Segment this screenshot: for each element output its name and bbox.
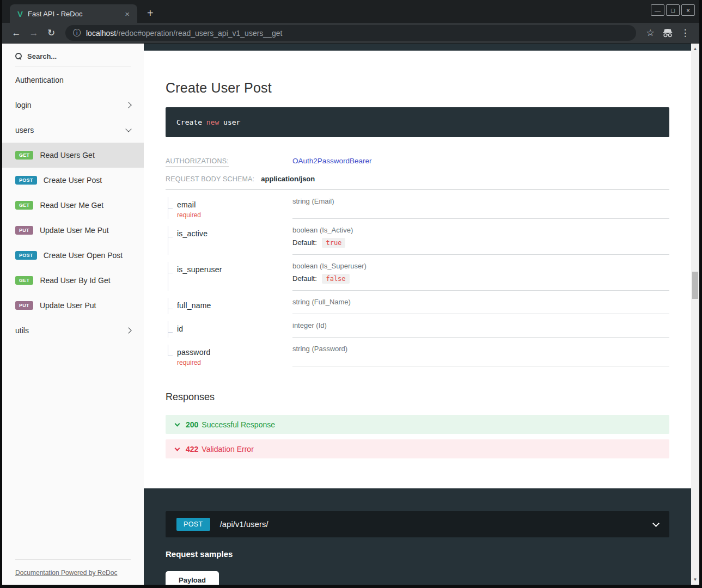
minimize-button[interactable]: — bbox=[651, 4, 664, 16]
field-type: string (Email) bbox=[292, 197, 669, 205]
field-detail-cell: boolean (Is_Active) Default: true bbox=[292, 219, 669, 255]
field-name: full_name bbox=[177, 301, 211, 310]
forward-icon[interactable]: → bbox=[25, 28, 42, 39]
method-badge: POST bbox=[15, 251, 37, 260]
schema-field-row: id integer (Id) bbox=[166, 314, 669, 338]
redoc-footer-link[interactable]: Documentation Powered by ReDoc bbox=[15, 569, 117, 577]
scrollbar-thumb[interactable] bbox=[692, 272, 698, 299]
oauth-link[interactable]: OAuth2PasswordBearer bbox=[292, 157, 372, 165]
code-text: Create bbox=[176, 118, 206, 126]
endpoint-dropdown[interactable]: POST /api/v1/users/ bbox=[166, 511, 669, 537]
field-detail-cell: string (Email) bbox=[292, 190, 669, 219]
code-text: user bbox=[219, 118, 240, 126]
search-row bbox=[2, 44, 144, 64]
field-type: boolean (Is_Superuser) bbox=[292, 262, 669, 270]
sidebar-item[interactable]: GET Read Users Get bbox=[2, 143, 144, 168]
request-samples-title: Request samples bbox=[166, 549, 669, 559]
page: Authentication login users bbox=[2, 44, 699, 585]
method-badge: PUT bbox=[15, 301, 33, 310]
field-name-cell: is_superuser bbox=[166, 255, 292, 291]
authorizations-label: AUTHORIZATIONS: bbox=[166, 157, 292, 165]
menu-dots-icon[interactable]: ⋮ bbox=[676, 27, 694, 39]
search-divider bbox=[15, 66, 131, 66]
sidebar-item-label: Create User Post bbox=[44, 176, 133, 185]
sidebar-item[interactable]: GET Read User By Id Get bbox=[2, 268, 144, 293]
sidebar-item-label: login bbox=[15, 101, 126, 109]
sidebar-item-label: Update User Put bbox=[40, 301, 133, 310]
tab-payload[interactable]: Payload bbox=[166, 571, 219, 585]
content-spacer bbox=[166, 464, 669, 488]
page-scrollbar[interactable]: ▲ ▼ bbox=[691, 44, 699, 585]
schema-field-row: full_name string (Full_Name) bbox=[166, 291, 669, 314]
address-bar[interactable]: ⓘ localhost /redoc#operation/read_users_… bbox=[65, 25, 636, 41]
search-input[interactable] bbox=[27, 52, 131, 60]
sidebar-nav: Authentication login users bbox=[2, 68, 144, 555]
sidebar-item[interactable]: PUT Update User Put bbox=[2, 293, 144, 318]
main-content: Create User Post Create new user AUTHORI… bbox=[144, 44, 691, 585]
operation-title: Create User Post bbox=[166, 80, 669, 96]
incognito-icon bbox=[659, 27, 676, 39]
response-code: 200 bbox=[186, 420, 198, 429]
maximize-button[interactable]: □ bbox=[666, 4, 680, 16]
schema-field-row: email required string (Email) bbox=[166, 190, 669, 219]
site-info-icon[interactable]: ⓘ bbox=[73, 28, 81, 38]
previous-section-panel bbox=[144, 44, 691, 51]
method-badge: GET bbox=[15, 201, 33, 210]
method-badge: PUT bbox=[15, 226, 33, 235]
sidebar-item-label: Authentication bbox=[15, 76, 133, 84]
field-required-flag: required bbox=[177, 359, 211, 366]
default-label: Default: bbox=[292, 274, 317, 283]
response-label: Validation Error bbox=[202, 445, 253, 454]
sidebar-item-label: Read Users Get bbox=[40, 151, 133, 160]
close-button[interactable]: × bbox=[681, 4, 695, 16]
sidebar-item[interactable]: Authentication bbox=[2, 68, 144, 93]
tree-connector bbox=[166, 197, 177, 219]
browser-toolbar: ← → ↻ ⓘ localhost /redoc#operation/read_… bbox=[2, 23, 699, 44]
search-icon bbox=[15, 53, 22, 60]
field-name: is_superuser bbox=[177, 265, 222, 274]
schema-field-row: is_superuser boolean (Is_Superuser) Defa… bbox=[166, 255, 669, 291]
tree-connector bbox=[166, 321, 177, 338]
tab-close-icon[interactable]: × bbox=[123, 9, 132, 19]
response-row[interactable]: 200 Successful Response bbox=[166, 415, 669, 434]
field-name: password bbox=[177, 348, 211, 357]
browser-tab[interactable]: V Fast API - ReDoc × bbox=[10, 4, 137, 23]
field-detail-cell: string (Full_Name) bbox=[292, 291, 669, 314]
response-code: 422 bbox=[186, 445, 198, 454]
response-row[interactable]: 422 Validation Error bbox=[166, 439, 669, 458]
method-badge: GET bbox=[15, 151, 33, 160]
bookmark-star-icon[interactable]: ☆ bbox=[642, 27, 659, 39]
request-body-row: REQUEST BODY SCHEMA: application/json bbox=[166, 175, 669, 183]
chevron-icon bbox=[125, 102, 131, 108]
sidebar-item[interactable]: GET Read User Me Get bbox=[2, 193, 144, 218]
method-badge: GET bbox=[15, 276, 33, 285]
sidebar-item-label: Read User By Id Get bbox=[40, 276, 133, 285]
sidebar-item-label: users bbox=[15, 126, 126, 134]
sidebar-item[interactable]: PUT Update User Me Put bbox=[2, 218, 144, 243]
default-value: true bbox=[322, 238, 345, 248]
sidebar-item[interactable]: users bbox=[2, 118, 144, 143]
request-body-label: REQUEST BODY SCHEMA: bbox=[166, 175, 254, 183]
sidebar-item-label: utils bbox=[15, 326, 126, 335]
sidebar-item-label: Read User Me Get bbox=[40, 201, 133, 210]
reload-icon[interactable]: ↻ bbox=[42, 27, 60, 39]
favicon-icon: V bbox=[17, 9, 23, 19]
request-samples-section: POST /api/v1/users/ Request samples Payl… bbox=[144, 488, 691, 585]
response-label: Successful Response bbox=[202, 420, 275, 429]
sidebar-footer: Documentation Powered by ReDoc bbox=[2, 560, 144, 585]
field-name-cell: full_name bbox=[166, 291, 292, 314]
authorizations-row: AUTHORIZATIONS: OAuth2PasswordBearer bbox=[166, 157, 669, 165]
sidebar-item[interactable]: login bbox=[2, 93, 144, 118]
back-icon[interactable]: ← bbox=[8, 28, 25, 39]
chevron-down-icon bbox=[175, 445, 180, 451]
sidebar-item[interactable]: POST Create User Post bbox=[2, 168, 144, 193]
field-detail-cell: boolean (Is_Superuser) Default: false bbox=[292, 255, 669, 291]
default-label: Default: bbox=[292, 238, 317, 247]
schema-field-row: password required string (Password) bbox=[166, 338, 669, 366]
scroll-down-icon[interactable]: ▼ bbox=[691, 575, 699, 584]
new-tab-button[interactable]: + bbox=[144, 7, 157, 20]
sidebar-item[interactable]: POST Create User Open Post bbox=[2, 243, 144, 268]
scroll-up-icon[interactable]: ▲ bbox=[691, 45, 699, 53]
default-value: false bbox=[322, 274, 349, 284]
sidebar-item[interactable]: utils bbox=[2, 318, 144, 343]
